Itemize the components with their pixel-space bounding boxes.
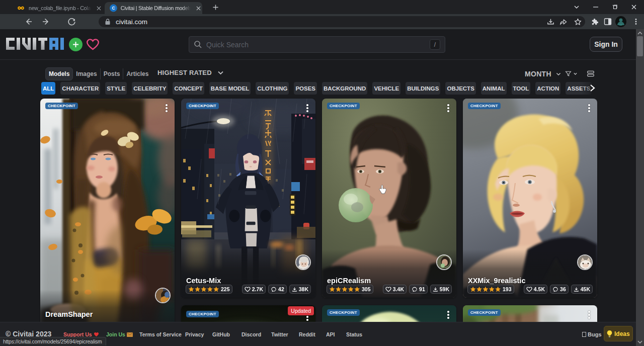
- svg-text:user: user: [619, 24, 622, 26]
- svg-text:C: C: [112, 6, 115, 11]
